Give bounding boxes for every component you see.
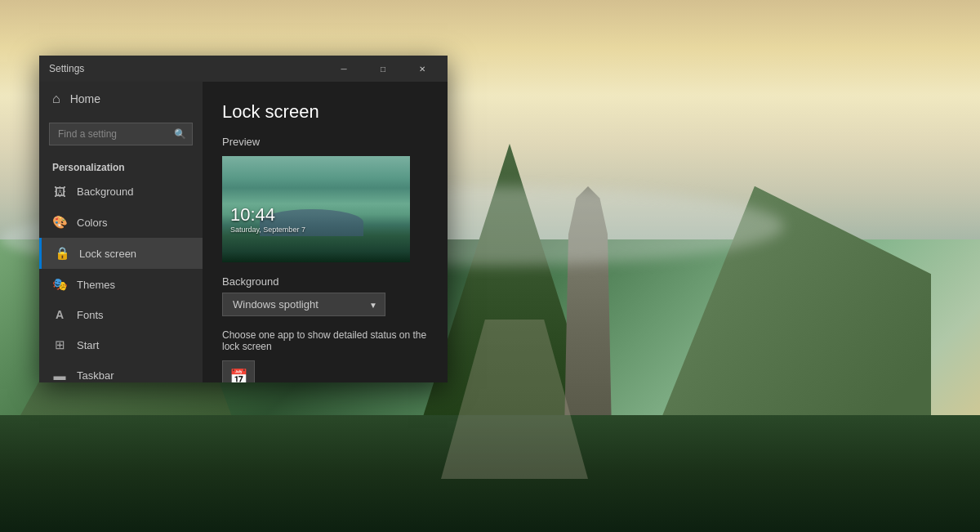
- search-container: 🔍: [39, 116, 203, 152]
- fonts-icon: A: [52, 308, 67, 321]
- window-title: Settings: [49, 63, 84, 74]
- background-field-label: Background: [222, 275, 428, 288]
- sidebar-item-start[interactable]: ⊞ Start: [39, 329, 203, 360]
- sidebar-item-themes[interactable]: 🎭 Themes: [39, 269, 203, 300]
- search-icon: 🔍: [174, 128, 186, 140]
- window-controls: ─ □ ✕: [325, 56, 441, 82]
- lock-screen-preview: 10:44 Saturday, September 7: [222, 156, 410, 262]
- sidebar-item-colors[interactable]: 🎨 Colors: [39, 207, 203, 238]
- taskbar-icon: ▬: [52, 369, 67, 382]
- start-label: Start: [77, 339, 99, 351]
- lock-icon: 🔒: [55, 246, 69, 261]
- background-dropdown-wrapper: Windows spotlight Picture Slideshow ▼: [222, 293, 385, 316]
- sidebar-item-background[interactable]: 🖼 Background: [39, 177, 203, 207]
- sidebar: ⌂ Home 🔍 Personalization 🖼 Background 🎨 …: [39, 82, 203, 382]
- maximize-button[interactable]: □: [364, 56, 402, 82]
- section-header: Personalization: [39, 152, 203, 177]
- start-icon: ⊞: [52, 338, 67, 352]
- fonts-label: Fonts: [77, 309, 104, 321]
- lock-screen-label: Lock screen: [79, 248, 136, 260]
- sidebar-item-fonts[interactable]: A Fonts: [39, 300, 203, 329]
- content-area: Lock screen Preview 10:44 Saturday, Sept…: [203, 82, 448, 382]
- preview-label: Preview: [222, 136, 428, 148]
- detailed-status-label: Choose one app to show detailed status o…: [222, 329, 428, 352]
- home-label: Home: [70, 92, 100, 105]
- sidebar-item-home[interactable]: ⌂ Home: [39, 82, 203, 116]
- sidebar-item-taskbar[interactable]: ▬ Taskbar: [39, 360, 203, 382]
- minimize-button[interactable]: ─: [325, 56, 363, 82]
- themes-label: Themes: [77, 279, 115, 291]
- preview-time: 10:44: [230, 204, 275, 226]
- colors-icon: 🎨: [52, 215, 67, 230]
- home-icon: ⌂: [52, 92, 60, 106]
- preview-date: Saturday, September 7: [230, 226, 305, 234]
- close-button[interactable]: ✕: [403, 56, 441, 82]
- calendar-icon: 📅: [229, 368, 247, 382]
- window-body: ⌂ Home 🔍 Personalization 🖼 Background 🎨 …: [39, 82, 448, 382]
- sidebar-item-lock-screen[interactable]: 🔒 Lock screen: [39, 238, 203, 269]
- background-label: Background: [77, 186, 133, 198]
- background-icon: 🖼: [52, 185, 67, 199]
- colors-label: Colors: [77, 217, 108, 229]
- title-bar: Settings ─ □ ✕: [39, 56, 448, 82]
- page-title: Lock screen: [222, 101, 428, 123]
- detailed-status-app-button[interactable]: 📅: [222, 360, 255, 382]
- taskbar-label: Taskbar: [77, 369, 114, 382]
- settings-window: Settings ─ □ ✕ ⌂ Home 🔍 Personalization: [39, 56, 448, 382]
- themes-icon: 🎭: [52, 277, 67, 292]
- background-dropdown[interactable]: Windows spotlight Picture Slideshow: [222, 293, 385, 316]
- search-input[interactable]: [49, 123, 193, 145]
